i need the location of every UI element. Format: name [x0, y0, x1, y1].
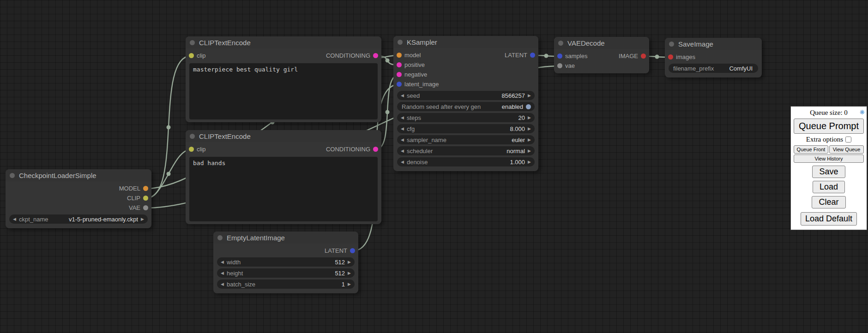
- link-midpoint-dot: [386, 59, 390, 63]
- output-dot-conditioning[interactable]: [373, 53, 378, 58]
- widget-denoise[interactable]: ◀ denoise 1.000 ▶: [397, 157, 535, 166]
- decrement-icon[interactable]: ◀: [401, 113, 404, 122]
- output-dot-conditioning[interactable]: [373, 147, 378, 152]
- output-dot-vae[interactable]: [143, 205, 148, 210]
- prompt-text-input[interactable]: bad hands: [189, 157, 378, 221]
- node-title-dot: [10, 173, 15, 178]
- increment-icon[interactable]: ▶: [528, 113, 531, 122]
- output-dot-image[interactable]: [641, 54, 646, 59]
- input-slot-images: images: [665, 52, 762, 62]
- save-button[interactable]: Save: [812, 166, 845, 178]
- input-dot-model[interactable]: [397, 53, 402, 58]
- node-title-bar[interactable]: CheckpointLoaderSimple: [6, 169, 151, 181]
- node-title-bar[interactable]: SaveImage: [665, 38, 762, 50]
- load-default-button[interactable]: Load Default: [801, 212, 857, 226]
- node-title-bar[interactable]: VAEDecode: [554, 37, 649, 49]
- node-title-dot: [669, 42, 674, 47]
- prev-value-icon[interactable]: ◀: [13, 214, 16, 224]
- output-dot-clip[interactable]: [143, 196, 148, 201]
- queue-size-label: Queue size: 0: [810, 109, 848, 116]
- widget-random-seed-toggle[interactable]: Random seed after every gen enabled: [397, 102, 535, 111]
- input-dot-latent-image[interactable]: [397, 82, 402, 87]
- prev-value-icon[interactable]: ◀: [401, 135, 404, 144]
- widget-seed[interactable]: ◀ seed 8566257 ▶: [397, 91, 535, 100]
- increment-icon[interactable]: ▶: [528, 124, 531, 133]
- node-title-label: SaveImage: [678, 40, 713, 48]
- slot-row-samples-image: samples IMAGE: [554, 51, 649, 61]
- view-history-button[interactable]: View History: [794, 155, 864, 163]
- decrement-icon[interactable]: ◀: [221, 257, 224, 267]
- next-value-icon[interactable]: ▶: [528, 146, 531, 155]
- prev-value-icon[interactable]: ◀: [401, 146, 404, 155]
- node-title-bar[interactable]: CLIPTextEncode: [186, 130, 381, 142]
- node-title-label: CLIPTextEncode: [199, 39, 251, 47]
- increment-icon[interactable]: ▶: [348, 268, 351, 278]
- node-empty-latent-image[interactable]: EmptyLatentImage LATENT ◀ width 512 ▶ ◀ …: [213, 232, 358, 293]
- output-dot-latent[interactable]: [530, 53, 535, 58]
- next-value-icon[interactable]: ▶: [141, 214, 144, 224]
- output-dot-latent[interactable]: [350, 248, 355, 253]
- increment-icon[interactable]: ▶: [348, 279, 351, 289]
- output-dot-model[interactable]: [143, 186, 148, 191]
- slot-row-clip-conditioning: clip CONDITIONING: [186, 51, 381, 60]
- graph-canvas[interactable]: { "canvas": { "link_color": "#99AA99" },…: [0, 0, 868, 333]
- next-value-icon[interactable]: ▶: [528, 135, 531, 144]
- node-clip-text-encode-positive[interactable]: CLIPTextEncode clip CONDITIONING masterp…: [186, 36, 381, 122]
- node-clip-text-encode-negative[interactable]: CLIPTextEncode clip CONDITIONING bad han…: [186, 130, 381, 224]
- decrement-icon[interactable]: ◀: [221, 279, 224, 289]
- link-midpoint-dot: [167, 172, 171, 176]
- widget-steps[interactable]: ◀ steps 20 ▶: [397, 113, 535, 122]
- input-dot-negative[interactable]: [397, 72, 402, 77]
- node-title-bar[interactable]: CLIPTextEncode: [186, 36, 381, 48]
- clear-button[interactable]: Clear: [812, 196, 845, 208]
- comfy-menu-panel[interactable]: Queue size: 0 ❋ Queue Prompt Extra optio…: [790, 106, 867, 230]
- input-slot-vae: vae: [554, 61, 649, 71]
- extra-options-checkbox[interactable]: [845, 137, 851, 143]
- input-slot-negative: negative: [393, 70, 538, 79]
- input-dot-images[interactable]: [668, 54, 673, 59]
- widget-batch-size[interactable]: ◀ batch_size 1 ▶: [217, 279, 355, 289]
- decrement-icon[interactable]: ◀: [401, 157, 404, 166]
- increment-icon[interactable]: ▶: [528, 157, 531, 166]
- node-title-dot: [558, 41, 563, 46]
- node-ksampler[interactable]: KSampler model LATENT positive negative …: [393, 36, 538, 171]
- widget-ckpt-name[interactable]: ◀ ckpt_name v1-5-pruned-emaonly.ckpt ▶: [9, 214, 148, 224]
- decrement-icon[interactable]: ◀: [401, 91, 404, 100]
- queue-front-button[interactable]: Queue Front: [794, 145, 828, 154]
- link-midpoint-dot: [544, 54, 549, 58]
- comfyui-logo-icon: ❋: [860, 108, 865, 117]
- extra-options-row: Extra options: [794, 136, 864, 143]
- prompt-text-input[interactable]: masterpiece best quality girl: [189, 63, 378, 119]
- input-dot-clip[interactable]: [189, 147, 194, 152]
- widget-scheduler[interactable]: ◀ scheduler normal ▶: [397, 146, 535, 155]
- node-save-image[interactable]: SaveImage images filename_prefix ComfyUI: [665, 38, 762, 77]
- node-title-dot: [217, 235, 223, 240]
- extra-options-label: Extra options: [806, 136, 843, 143]
- input-dot-clip[interactable]: [189, 53, 194, 58]
- load-button[interactable]: Load: [813, 181, 845, 193]
- widget-filename-prefix[interactable]: filename_prefix ComfyUI: [669, 64, 758, 73]
- node-title-dot: [190, 40, 195, 45]
- node-vae-decode[interactable]: VAEDecode samples IMAGE vae: [554, 37, 649, 73]
- node-title-bar[interactable]: KSampler: [393, 36, 538, 48]
- input-dot-samples[interactable]: [557, 54, 562, 59]
- toggle-on-icon[interactable]: [526, 104, 531, 109]
- widget-cfg[interactable]: ◀ cfg 8.000 ▶: [397, 124, 535, 133]
- increment-icon[interactable]: ▶: [348, 257, 351, 267]
- decrement-icon[interactable]: ◀: [401, 124, 404, 133]
- node-title-bar[interactable]: EmptyLatentImage: [213, 232, 358, 244]
- increment-icon[interactable]: ▶: [528, 91, 531, 100]
- slot-row-clip-conditioning: clip CONDITIONING: [186, 144, 381, 154]
- node-title-label: KSampler: [407, 38, 437, 46]
- widget-width[interactable]: ◀ width 512 ▶: [217, 257, 355, 267]
- queue-prompt-button[interactable]: Queue Prompt: [794, 119, 864, 134]
- node-checkpoint-loader-simple[interactable]: CheckpointLoaderSimple MODEL CLIP VAE ◀ …: [6, 169, 151, 228]
- widget-height[interactable]: ◀ height 512 ▶: [217, 268, 355, 278]
- view-queue-button[interactable]: View Queue: [829, 145, 864, 154]
- decrement-icon[interactable]: ◀: [221, 268, 224, 278]
- output-slot-latent: LATENT: [213, 246, 358, 256]
- widget-sampler-name[interactable]: ◀ sampler_name euler ▶: [397, 135, 535, 144]
- input-slot-latent-image: latent_image: [393, 79, 538, 89]
- input-dot-positive[interactable]: [397, 62, 402, 67]
- input-dot-vae[interactable]: [557, 63, 562, 68]
